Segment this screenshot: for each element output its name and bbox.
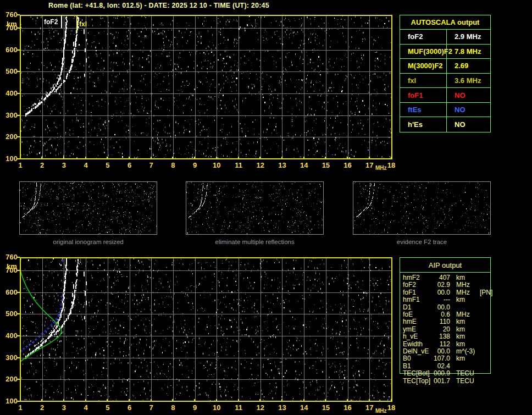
aip-row-Ewidth: Ewidth112km (400, 341, 496, 348)
top-x-tick-label: 1 (18, 161, 22, 169)
top-y-tick-mark (17, 158, 20, 159)
top-x-tick-label: 7 (149, 161, 153, 169)
top-y-tick-mark (17, 71, 20, 72)
aip-param-value: 20 (431, 326, 450, 333)
aip-table-title: AIP output (400, 258, 490, 273)
top-y-tick-mark (17, 136, 20, 137)
bottom-ionogram-plot (20, 257, 392, 402)
aip-param-unit: km (450, 274, 474, 281)
aip-param-unit: TECU (450, 370, 474, 377)
bottom-ionogram-canvas (20, 257, 392, 402)
aip-param-value: 112 (431, 341, 450, 348)
top-y-tick-label: 400 (0, 89, 18, 98)
aip-param-note (474, 355, 496, 362)
bottom-y-tick-mark (17, 357, 20, 358)
aip-param-note (474, 318, 496, 325)
aip-param-note (474, 363, 496, 370)
bottom-y-tick-label: 200 (0, 375, 18, 384)
autoscala-param-label: ftEs (400, 103, 447, 117)
aip-param-value: 407 (431, 274, 450, 281)
top-y-tick-label: 300 (0, 111, 18, 120)
aip-param-value: --- (431, 296, 450, 303)
aip-param-unit: km (450, 318, 474, 325)
aip-param-note (474, 333, 496, 340)
bottom-x-tick-label: 4 (84, 403, 87, 412)
top-x-tick-label: 14 (300, 161, 308, 169)
top-y-tick-label: 200 (0, 132, 18, 141)
thumbnail-f2-trace (353, 181, 491, 235)
top-y-tick-mark (17, 93, 20, 94)
top-x-tick-label: 16 (343, 161, 351, 169)
autoscala-param-value: NO (447, 117, 490, 132)
aip-param-label: TEC[Bot] (403, 370, 431, 377)
aip-param-value: 00.0 (431, 304, 450, 311)
bottom-y-tick-mark (17, 292, 20, 293)
aip-row-D1: D100.0 (400, 304, 496, 311)
bottom-y-tick-mark (17, 379, 20, 380)
aip-param-note (474, 341, 496, 348)
aip-param-note (474, 296, 496, 303)
bottom-y-tick-mark (17, 335, 20, 336)
top-y-tick-mark (17, 14, 20, 15)
top-x-tick-label: 13 (278, 161, 286, 169)
bottom-y-tick-label: 700 (0, 266, 18, 275)
top-x-tick-label: 5 (106, 161, 109, 169)
aip-row-foE: foE0.6MHz (400, 311, 496, 318)
autoscala-row-M(3000)F2: M(3000)F22.69 (400, 59, 490, 74)
aip-param-note (474, 378, 496, 385)
bottom-x-tick-label: 1 (18, 403, 22, 412)
bottom-y-tick-mark (17, 313, 20, 314)
bottom-y-tick-label: 400 (0, 331, 18, 340)
aip-table: hmF2407kmfoF202.9MHzfoF100.0MHz[PN]hmF1-… (400, 274, 496, 385)
thumbnail-caption-reflections: eliminate multiple reflections (186, 239, 324, 245)
aip-row-B1: B102.4 (400, 363, 496, 370)
top-y-tick-mark (17, 49, 20, 51)
aip-row-foF1: foF100.0MHz[PN] (400, 289, 496, 296)
aip-param-label: foF1 (403, 289, 431, 296)
aip-param-note (474, 281, 496, 289)
thumbnail-caption-original: original ionogram resized (19, 239, 157, 245)
aip-row-hmF1: hmF1---km (400, 296, 496, 303)
aip-param-note (474, 326, 496, 333)
aip-param-value: 02.9 (431, 281, 450, 289)
bottom-x-tick-label: 16 (343, 403, 351, 412)
aip-param-value: 00.0 (431, 348, 450, 355)
aip-param-value: 0.6 (431, 311, 450, 318)
top-y-tick-label: 600 (0, 46, 18, 54)
bottom-x-tick-label: 6 (128, 403, 131, 412)
top-y-tick-label: 700 (0, 24, 18, 32)
autoscala-param-label: h'Es (400, 117, 447, 132)
aip-param-label: DelN_vE (403, 348, 431, 355)
autoscala-param-label: M(3000)F2 (400, 59, 447, 73)
top-x-axis-unit: MHz (375, 165, 387, 171)
bottom-x-tick-label: 14 (300, 403, 308, 412)
bottom-x-tick-label: 17 (365, 403, 373, 412)
aip-param-label: foE (403, 311, 431, 318)
aip-param-value: 138 (431, 333, 450, 340)
bottom-x-axis-unit: MHz (375, 408, 387, 414)
top-x-tick-label: 2 (40, 161, 44, 169)
bottom-y-tick-label: 300 (0, 353, 18, 362)
aip-param-label: B1 (403, 363, 431, 370)
station-title: Rome (lat: +41.8, lon: 012.5) - DATE: 20… (48, 2, 269, 9)
thumbnail-caption-f2trace: evidence F2 trace (353, 239, 491, 245)
top-y-tick-mark (17, 27, 20, 29)
top-x-tick-label: 3 (62, 161, 66, 169)
top-ionogram-plot (20, 15, 392, 159)
bottom-y-tick-mark (17, 257, 20, 258)
bottom-y-tick-label: 760 (0, 253, 18, 262)
fxi-marker-label: fxI (79, 20, 87, 28)
top-y-tick-label: 100 (0, 154, 18, 163)
bottom-x-tick-label: 12 (257, 403, 264, 412)
aip-row-B0: B0107.0km (400, 355, 496, 362)
aip-param-value: 001.7 (431, 378, 450, 385)
aip-param-value: 000.9 (431, 370, 450, 377)
autoscala-row-ftEs: ftEsNO (400, 103, 490, 118)
aip-param-unit: km (450, 326, 474, 333)
bottom-x-tick-label: 5 (106, 403, 109, 412)
aip-param-unit: km (450, 296, 474, 303)
aip-param-note (474, 311, 496, 318)
aip-param-unit: MHz (450, 281, 474, 289)
aip-param-unit: km (450, 341, 474, 348)
top-x-tick-label: 12 (257, 161, 264, 169)
